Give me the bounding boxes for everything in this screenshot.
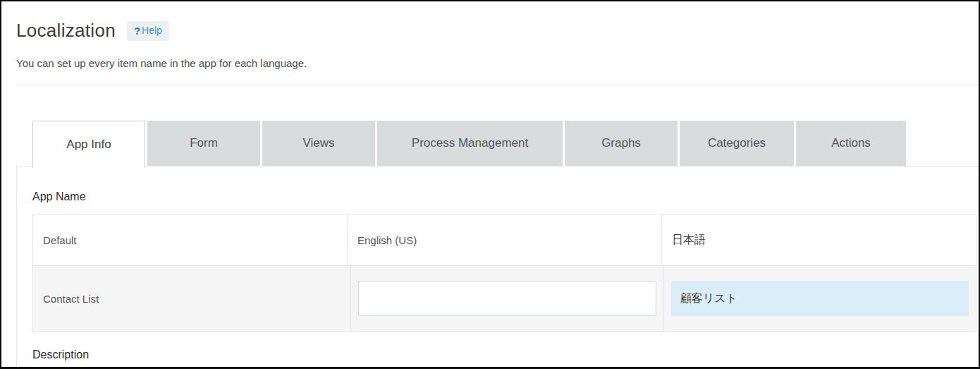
localization-tabs: App Info Form Views Process Management G… [32, 121, 979, 166]
app-name-japanese-value[interactable]: 顧客リスト [671, 281, 969, 316]
app-name-english-cell [350, 266, 663, 331]
page-description: You can set up every item name in the ap… [16, 57, 979, 69]
help-button[interactable]: ? Help [127, 21, 169, 41]
page-header: Localization ? Help [16, 20, 979, 42]
table-header-row: Default English (US) 日本語 [33, 215, 976, 265]
app-name-english-input[interactable] [358, 281, 656, 316]
tab-views[interactable]: Views [262, 121, 375, 166]
page-title: Localization [16, 20, 116, 42]
tab-categories[interactable]: Categories [680, 121, 794, 166]
help-button-label: Help [142, 25, 162, 35]
header-divider [16, 85, 979, 85]
tab-process-management[interactable]: Process Management [377, 121, 563, 166]
app-name-default-value: Contact List [33, 266, 350, 331]
table-row: Contact List 顧客リスト [33, 265, 976, 331]
tab-form[interactable]: Form [147, 121, 260, 166]
localization-settings-page: Localization ? Help You can set up every… [0, 0, 980, 369]
tab-graphs[interactable]: Graphs [565, 121, 678, 166]
tab-actions[interactable]: Actions [796, 121, 906, 166]
app-name-table: Default English (US) 日本語 Contact List 顧客… [32, 214, 976, 332]
description-section-title: Description [32, 349, 977, 361]
column-header-english-us: English (US) [347, 215, 661, 265]
app-name-japanese-cell: 顧客リスト [663, 266, 976, 331]
app-info-panel: App Name Default English (US) 日本語 Contac… [16, 166, 979, 369]
app-name-section-title: App Name [32, 190, 977, 203]
column-header-japanese: 日本語 [661, 215, 976, 265]
help-icon: ? [134, 25, 140, 36]
column-header-default: Default [33, 215, 347, 265]
tab-app-info[interactable]: App Info [32, 121, 145, 168]
